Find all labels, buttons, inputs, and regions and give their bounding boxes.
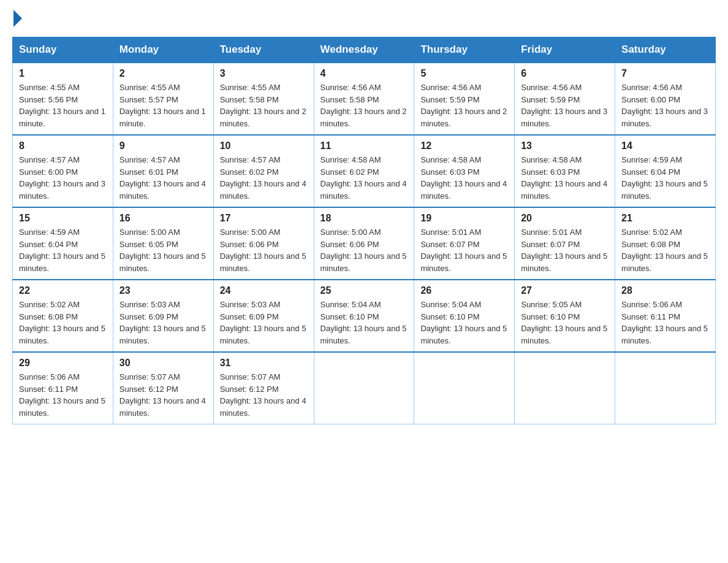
calendar-cell: 9Sunrise: 4:57 AMSunset: 6:01 PMDaylight… [113, 135, 213, 207]
day-number: 31 [220, 358, 308, 369]
day-info: Sunrise: 4:56 AMSunset: 6:00 PMDaylight:… [621, 82, 709, 129]
calendar-cell: 13Sunrise: 4:58 AMSunset: 6:03 PMDayligh… [515, 135, 615, 207]
day-number: 4 [320, 68, 408, 79]
day-info: Sunrise: 5:06 AMSunset: 6:11 PMDaylight:… [621, 299, 709, 347]
calendar-cell: 15Sunrise: 4:59 AMSunset: 6:04 PMDayligh… [13, 207, 113, 280]
calendar-cell: 7Sunrise: 4:56 AMSunset: 6:00 PMDaylight… [615, 63, 716, 135]
calendar-day-header: Saturday [615, 37, 716, 63]
calendar-cell: 19Sunrise: 5:01 AMSunset: 6:07 PMDayligh… [414, 207, 515, 280]
calendar-day-header: Thursday [414, 37, 515, 63]
day-info: Sunrise: 5:00 AMSunset: 6:06 PMDaylight:… [220, 226, 308, 274]
day-number: 6 [521, 68, 609, 79]
calendar-week-row: 29Sunrise: 5:06 AMSunset: 6:11 PMDayligh… [13, 352, 716, 424]
day-number: 23 [119, 285, 207, 296]
calendar-header-row: SundayMondayTuesdayWednesdayThursdayFrid… [13, 37, 716, 63]
day-number: 22 [19, 285, 107, 296]
calendar-cell: 31Sunrise: 5:07 AMSunset: 6:12 PMDayligh… [213, 352, 314, 424]
day-number: 24 [220, 285, 308, 296]
calendar-cell: 10Sunrise: 4:57 AMSunset: 6:02 PMDayligh… [213, 135, 314, 207]
day-info: Sunrise: 5:02 AMSunset: 6:08 PMDaylight:… [621, 226, 709, 274]
day-number: 12 [420, 140, 508, 151]
day-info: Sunrise: 5:05 AMSunset: 6:10 PMDaylight:… [521, 299, 609, 347]
day-number: 5 [420, 68, 508, 79]
day-number: 17 [220, 213, 308, 224]
day-info: Sunrise: 5:02 AMSunset: 6:08 PMDaylight:… [19, 299, 107, 347]
day-number: 1 [19, 68, 107, 79]
calendar-day-header: Sunday [13, 37, 113, 63]
day-info: Sunrise: 4:56 AMSunset: 5:59 PMDaylight:… [521, 82, 609, 129]
day-info: Sunrise: 5:07 AMSunset: 6:12 PMDaylight:… [119, 371, 207, 419]
day-number: 10 [220, 140, 308, 151]
day-number: 11 [320, 140, 408, 151]
day-number: 7 [621, 68, 709, 79]
calendar-cell: 20Sunrise: 5:01 AMSunset: 6:07 PMDayligh… [515, 207, 615, 280]
calendar-cell: 29Sunrise: 5:06 AMSunset: 6:11 PMDayligh… [13, 352, 113, 424]
day-info: Sunrise: 5:01 AMSunset: 6:07 PMDaylight:… [521, 226, 609, 274]
day-info: Sunrise: 5:07 AMSunset: 6:12 PMDaylight:… [220, 371, 308, 419]
day-number: 29 [19, 358, 107, 369]
day-info: Sunrise: 4:59 AMSunset: 6:04 PMDaylight:… [621, 154, 709, 202]
day-info: Sunrise: 5:00 AMSunset: 6:06 PMDaylight:… [320, 226, 408, 274]
calendar-cell [615, 352, 716, 424]
day-number: 16 [119, 213, 207, 224]
calendar-cell: 1Sunrise: 4:55 AMSunset: 5:56 PMDaylight… [13, 63, 113, 135]
calendar-cell [314, 352, 414, 424]
logo-arrow-icon [13, 10, 22, 27]
day-number: 14 [621, 140, 709, 151]
calendar-cell: 4Sunrise: 4:56 AMSunset: 5:58 PMDaylight… [314, 63, 414, 135]
calendar-cell: 30Sunrise: 5:07 AMSunset: 6:12 PMDayligh… [113, 352, 213, 424]
day-info: Sunrise: 5:03 AMSunset: 6:09 PMDaylight:… [119, 299, 207, 347]
calendar-cell: 3Sunrise: 4:55 AMSunset: 5:58 PMDaylight… [213, 63, 314, 135]
calendar-week-row: 22Sunrise: 5:02 AMSunset: 6:08 PMDayligh… [13, 280, 716, 352]
day-info: Sunrise: 4:58 AMSunset: 6:03 PMDaylight:… [420, 154, 508, 202]
page-header [12, 12, 716, 25]
calendar-cell: 26Sunrise: 5:04 AMSunset: 6:10 PMDayligh… [414, 280, 515, 352]
day-number: 9 [119, 140, 207, 151]
calendar-cell: 16Sunrise: 5:00 AMSunset: 6:05 PMDayligh… [113, 207, 213, 280]
day-info: Sunrise: 5:00 AMSunset: 6:05 PMDaylight:… [119, 226, 207, 274]
day-number: 30 [119, 358, 207, 369]
day-info: Sunrise: 4:59 AMSunset: 6:04 PMDaylight:… [19, 226, 107, 274]
calendar-cell: 28Sunrise: 5:06 AMSunset: 6:11 PMDayligh… [615, 280, 716, 352]
calendar-cell [515, 352, 615, 424]
calendar-day-header: Wednesday [314, 37, 414, 63]
calendar-cell: 14Sunrise: 4:59 AMSunset: 6:04 PMDayligh… [615, 135, 716, 207]
day-number: 2 [119, 68, 207, 79]
calendar-cell: 22Sunrise: 5:02 AMSunset: 6:08 PMDayligh… [13, 280, 113, 352]
day-info: Sunrise: 5:04 AMSunset: 6:10 PMDaylight:… [420, 299, 508, 347]
day-info: Sunrise: 4:56 AMSunset: 5:58 PMDaylight:… [320, 82, 408, 129]
day-info: Sunrise: 4:56 AMSunset: 5:59 PMDaylight:… [420, 82, 508, 129]
day-number: 3 [220, 68, 308, 79]
logo [12, 12, 22, 25]
day-number: 21 [621, 213, 709, 224]
calendar-cell: 25Sunrise: 5:04 AMSunset: 6:10 PMDayligh… [314, 280, 414, 352]
calendar-cell: 21Sunrise: 5:02 AMSunset: 6:08 PMDayligh… [615, 207, 716, 280]
calendar-cell: 18Sunrise: 5:00 AMSunset: 6:06 PMDayligh… [314, 207, 414, 280]
calendar-cell: 8Sunrise: 4:57 AMSunset: 6:00 PMDaylight… [13, 135, 113, 207]
day-info: Sunrise: 5:01 AMSunset: 6:07 PMDaylight:… [420, 226, 508, 274]
day-number: 25 [320, 285, 408, 296]
calendar-cell: 17Sunrise: 5:00 AMSunset: 6:06 PMDayligh… [213, 207, 314, 280]
day-number: 28 [621, 285, 709, 296]
day-number: 20 [521, 213, 609, 224]
calendar-day-header: Monday [113, 37, 213, 63]
calendar-cell: 27Sunrise: 5:05 AMSunset: 6:10 PMDayligh… [515, 280, 615, 352]
day-info: Sunrise: 4:58 AMSunset: 6:03 PMDaylight:… [521, 154, 609, 202]
day-info: Sunrise: 4:55 AMSunset: 5:57 PMDaylight:… [119, 82, 207, 129]
day-info: Sunrise: 4:55 AMSunset: 5:56 PMDaylight:… [19, 82, 107, 129]
day-number: 19 [420, 213, 508, 224]
calendar-table: SundayMondayTuesdayWednesdayThursdayFrid… [12, 37, 716, 424]
day-number: 18 [320, 213, 408, 224]
day-number: 13 [521, 140, 609, 151]
calendar-day-header: Tuesday [213, 37, 314, 63]
calendar-day-header: Friday [515, 37, 615, 63]
calendar-week-row: 1Sunrise: 4:55 AMSunset: 5:56 PMDaylight… [13, 63, 716, 135]
day-info: Sunrise: 4:55 AMSunset: 5:58 PMDaylight:… [220, 82, 308, 129]
day-info: Sunrise: 5:04 AMSunset: 6:10 PMDaylight:… [320, 299, 408, 347]
calendar-cell: 12Sunrise: 4:58 AMSunset: 6:03 PMDayligh… [414, 135, 515, 207]
calendar-cell: 23Sunrise: 5:03 AMSunset: 6:09 PMDayligh… [113, 280, 213, 352]
day-info: Sunrise: 5:06 AMSunset: 6:11 PMDaylight:… [19, 371, 107, 419]
calendar-cell: 2Sunrise: 4:55 AMSunset: 5:57 PMDaylight… [113, 63, 213, 135]
calendar-week-row: 15Sunrise: 4:59 AMSunset: 6:04 PMDayligh… [13, 207, 716, 280]
calendar-cell: 6Sunrise: 4:56 AMSunset: 5:59 PMDaylight… [515, 63, 615, 135]
